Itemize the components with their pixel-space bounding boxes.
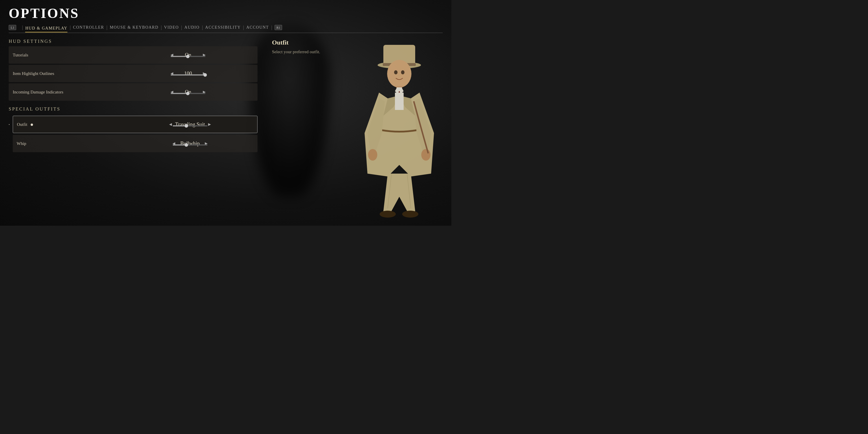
tutorials-slider[interactable] xyxy=(171,56,206,57)
outfit-panel-description: Select your preferred outfit. xyxy=(272,49,359,55)
nav-sep-2: | xyxy=(106,25,107,30)
item-highlight-arrow-left[interactable]: ◄ xyxy=(167,70,177,77)
outfit-row[interactable]: Outfit ◄ Traveling Suit ► xyxy=(13,116,257,133)
right-panel: Outfit Select your preferred outfit. xyxy=(266,39,443,220)
item-highlight-slider[interactable] xyxy=(171,74,206,75)
outfit-panel-title: Outfit xyxy=(272,39,443,46)
whip-slider[interactable] xyxy=(173,144,208,146)
whip-label: Whip xyxy=(17,141,127,146)
damage-indicators-slider[interactable] xyxy=(171,93,206,94)
whip-value: Bullwhip xyxy=(179,141,202,147)
outfit-row-wrapper: • Outfit ◄ Traveling Suit ► xyxy=(9,116,257,133)
outfit-label-text: Outfit xyxy=(17,122,28,127)
nav-sep-5: | xyxy=(202,25,203,30)
nav-sep-0: | xyxy=(22,25,23,30)
nav-sep-3: | xyxy=(161,25,162,30)
nav-sep-4: | xyxy=(181,25,182,30)
tutorials-label: Tutorials xyxy=(13,53,123,58)
hud-settings-section: HUD SETTINGS Tutorials ◄ On ► xyxy=(9,39,257,101)
nav-bar: L1 | HUD & GAMEPLAY | CONTROLLER | MOUSE… xyxy=(9,24,443,33)
item-highlight-control: ◄ 100 ► xyxy=(123,70,253,77)
content-area: HUD SETTINGS Tutorials ◄ On ► xyxy=(0,33,452,226)
damage-indicators-arrow-left[interactable]: ◄ xyxy=(167,88,177,96)
nav-item-audio[interactable]: AUDIO xyxy=(184,24,199,31)
item-highlight-slider-fill xyxy=(171,74,206,75)
outfit-label: Outfit xyxy=(17,122,127,127)
outfit-arrow-right[interactable]: ► xyxy=(205,121,214,128)
nav-item-account[interactable]: ACCOUNT xyxy=(246,24,269,31)
whip-control: ◄ Bullwhip ► xyxy=(127,140,253,147)
damage-indicators-arrow-right[interactable]: ► xyxy=(199,88,209,96)
tutorials-slider-fill xyxy=(171,56,188,57)
whip-arrow-left[interactable]: ◄ xyxy=(169,140,179,147)
whip-row[interactable]: Whip ◄ Bullwhip ► xyxy=(13,135,257,152)
tutorials-arrow-left[interactable]: ◄ xyxy=(167,51,177,59)
hud-section-title: HUD SETTINGS xyxy=(9,39,257,44)
whip-arrow-right[interactable]: ► xyxy=(202,140,211,147)
header: OPTIONS L1 | HUD & GAMEPLAY | CONTROLLER… xyxy=(0,0,452,33)
outfit-inner-dot xyxy=(31,124,33,126)
left-panel: HUD SETTINGS Tutorials ◄ On ► xyxy=(9,39,257,220)
damage-indicators-control: ◄ On ► xyxy=(123,88,253,96)
outfit-value: Traveling Suit xyxy=(175,122,205,128)
nav-sep-7: | xyxy=(271,25,272,30)
main-container: OPTIONS L1 | HUD & GAMEPLAY | CONTROLLER… xyxy=(0,0,452,226)
nav-item-mouse-keyboard[interactable]: MOUSE & KEYBOARD xyxy=(110,24,159,31)
nav-item-accessibility[interactable]: ACCESSIBILITY xyxy=(205,24,241,31)
tutorials-row: Tutorials ◄ On ► xyxy=(9,46,257,64)
hud-settings-list: Tutorials ◄ On ► Item xyxy=(9,46,257,101)
whip-slider-thumb xyxy=(185,143,188,147)
damage-indicators-slider-thumb xyxy=(186,92,189,95)
outfits-section: SPECIAL OUTFITS • Outfit ◄ Traveling Sui… xyxy=(9,106,257,152)
outfit-control: ◄ Traveling Suit ► xyxy=(127,121,253,128)
tutorials-slider-thumb xyxy=(186,55,189,58)
nav-item-controller[interactable]: CONTROLLER xyxy=(73,24,104,31)
nav-item-video[interactable]: VIDEO xyxy=(164,24,179,31)
item-highlight-row: Item Highlight Outlines ◄ 100 ► xyxy=(9,65,257,82)
damage-indicators-slider-fill xyxy=(171,93,188,94)
outfits-section-title: SPECIAL OUTFITS xyxy=(9,106,257,112)
outfit-arrow-left[interactable]: ◄ xyxy=(166,121,175,128)
tutorials-arrow-right[interactable]: ► xyxy=(199,51,209,59)
tutorials-control: ◄ On ► xyxy=(123,51,253,59)
damage-indicators-label: Incoming Damage Indicators xyxy=(13,90,123,95)
outfit-slider-thumb xyxy=(185,124,188,128)
right-badge[interactable]: R1 xyxy=(275,25,282,30)
nav-item-hud-gameplay[interactable]: HUD & GAMEPLAY xyxy=(25,25,67,32)
page-title: OPTIONS xyxy=(9,5,443,21)
outfit-bullet: • xyxy=(9,123,10,126)
nav-sep-6: | xyxy=(243,25,244,30)
item-highlight-value: 100 xyxy=(177,71,199,77)
outfit-slider[interactable] xyxy=(173,125,208,126)
nav-sep-1: | xyxy=(70,25,71,30)
whip-row-wrapper: • Whip ◄ Bullwhip ► xyxy=(9,135,257,152)
damage-indicators-row: Incoming Damage Indicators ◄ On ► xyxy=(9,83,257,101)
left-badge[interactable]: L1 xyxy=(9,25,16,30)
item-highlight-label: Item Highlight Outlines xyxy=(13,71,123,76)
item-highlight-slider-thumb xyxy=(204,73,207,77)
